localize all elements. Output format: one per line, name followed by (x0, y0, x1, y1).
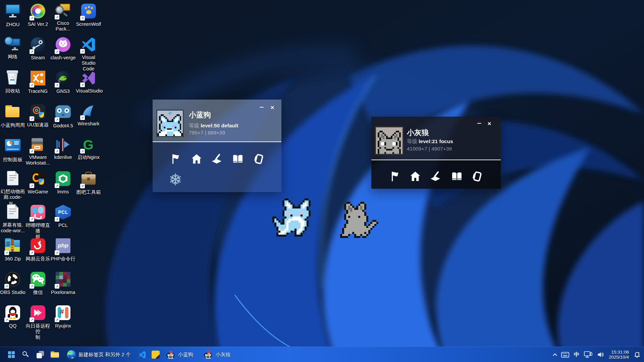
phone-icon[interactable] (471, 170, 483, 183)
desktop-icon-control-panel[interactable]: 控制面板 (0, 137, 25, 163)
desktop-icon-label: Wireshark (76, 121, 101, 127)
tray-clock[interactable]: 15:31:06 2025/10/4 (609, 350, 629, 360)
desktop-icon-screenwolf[interactable]: ↗ScreenWolf (76, 3, 101, 27)
desktop-icon-bili-live[interactable]: ↗哔哩哔哩直播姬 (25, 204, 51, 240)
desktop-icon-lmms[interactable]: ↗lmms (50, 170, 76, 195)
pet-app-blue-taskbar-button[interactable]: 小蓝狗 (164, 350, 195, 359)
desktop-icon-pixelorama[interactable]: ↗Pixelorama (50, 271, 76, 295)
desktop-icon-ryujinx[interactable]: #↗Ryujinx (50, 304, 76, 329)
desktop-icon-sunflower-remote[interactable]: ↗向日葵远程控制 (25, 304, 51, 340)
book-icon[interactable] (450, 170, 463, 183)
desktop-icon-uu-booster[interactable]: ↗UU加速器 (25, 103, 51, 128)
desktop-icon-blue-dog-folder[interactable]: 小蓝狗周周 (0, 103, 25, 128)
pet-window-grey-wolf: 小灰狼 等级 level:21 focus 41009+7 | 4907+39 … (371, 117, 501, 189)
pcl-icon: PCL↗ (55, 205, 71, 222)
touch-keyboard-button[interactable] (561, 352, 569, 358)
task-view-button[interactable] (36, 348, 44, 361)
tray-expand-chevron[interactable] (553, 353, 556, 357)
flag-icon[interactable] (169, 153, 182, 165)
chevron-up-icon (553, 353, 557, 358)
shortcut-arrow-icon: ↗ (80, 16, 85, 20)
desktop-icon-fantasy-gallery-doc[interactable]: 幻想动物画廊.code-w... (0, 170, 25, 206)
desktop-icon-sai[interactable]: ↗SAI Ver.2 (25, 3, 51, 27)
svg-text:z: z (638, 351, 640, 354)
desktop-icon-vscode[interactable]: ↗VisualStudio Code (76, 36, 101, 72)
desktop-icon-pcl[interactable]: PCL↗PCL (50, 204, 76, 228)
shortcut-arrow-icon: ↗ (30, 149, 34, 154)
desktop-icon-network[interactable]: 网络 (0, 36, 25, 60)
desktop-icon-nginx[interactable]: G↗启动Nginx (76, 137, 101, 160)
start-button[interactable] (7, 348, 15, 361)
pet-app-grey-taskbar-button[interactable]: 小灰狼 (202, 350, 233, 359)
minimize-button[interactable] (475, 120, 484, 127)
desktop-icon-label: 图吧工具箱 (76, 189, 101, 195)
flag-icon[interactable] (388, 170, 401, 183)
desktop-icon-label: CiscoPack... (50, 20, 76, 32)
minimize-button[interactable] (257, 104, 266, 111)
search-button[interactable] (22, 348, 30, 361)
desktop-icon-label: lmms (50, 189, 76, 195)
close-button[interactable]: × (268, 104, 277, 111)
desktop-icon-godot[interactable]: ↗Godot4.5 (50, 103, 76, 129)
sign-icon[interactable] (429, 170, 442, 183)
desktop-icon-netease-music[interactable]: ↗网易云音乐 (25, 237, 51, 262)
desktop-icon-label: QQ (0, 323, 25, 329)
desktop-icon-label: PCL (50, 223, 76, 228)
desktop-icon-label: 360 Zip (0, 256, 25, 262)
desktop-icon-wechat[interactable]: ↗微信 (25, 271, 51, 295)
folder-icon (51, 351, 59, 358)
shortcut-arrow-icon: ↗ (4, 284, 9, 289)
desktop-icon-label: 网易云音乐 (25, 256, 51, 262)
desktop-icon-qq[interactable]: ↗QQ (0, 304, 25, 329)
desktop-icon-label: 控制面板 (0, 157, 25, 163)
ime-indicator[interactable]: 中 (574, 351, 579, 358)
desktop-icon-zhou[interactable]: ZHOU (0, 3, 25, 27)
network-icon (4, 36, 21, 53)
pet-level: 等级 level:21 focus (407, 138, 453, 145)
desktop-icon-wireshark[interactable]: ↗Wireshark (76, 103, 101, 127)
close-button[interactable]: × (485, 120, 494, 127)
pet-name: 小蓝狗 (189, 110, 211, 120)
desktop-icon-clash-verge[interactable]: ↗clash-verge (50, 36, 76, 61)
phone-icon[interactable] (252, 153, 265, 165)
desktop-icon-visualstudio[interactable]: ↗VisualStudio (76, 70, 101, 94)
shortcut-arrow-icon: ↗ (55, 317, 59, 322)
desktop-icon-screen-wolf-doc[interactable]: 屏幕有狼.code-wor... (0, 204, 25, 234)
desktop-icon-obs-studio[interactable]: ↗OBS Studio (0, 271, 25, 295)
yellow-app-icon (152, 351, 160, 359)
home-icon[interactable] (190, 153, 203, 165)
desktop-icon-label: 向日葵远程控制 (25, 323, 51, 340)
pixel-pet-blue-dog[interactable] (272, 198, 319, 237)
snowflake-icon[interactable] (169, 173, 182, 186)
notification-center-button[interactable]: z (634, 351, 641, 358)
notes-taskbar-button[interactable] (152, 348, 160, 361)
file-explorer-button[interactable] (51, 348, 59, 361)
pixel-pet-grey-wolf[interactable] (336, 202, 378, 238)
volume-tray-button[interactable] (597, 352, 604, 358)
sign-icon[interactable] (210, 153, 223, 165)
desktop-icon-cisco-pt[interactable]: ↗CiscoPack... (50, 3, 76, 32)
desktop-icon-gns3[interactable]: ↗GNS3 (50, 70, 76, 94)
desktop-icon-vmware[interactable]: ↗VMwareWorkstati... (25, 137, 51, 166)
clash-icon: ↗ (55, 37, 71, 54)
desktop-icon-steam[interactable]: ↗Steam (25, 36, 51, 61)
network-tray-button[interactable] (584, 351, 592, 358)
pixelorama-icon: ↗ (55, 272, 71, 289)
desktop-icon-toolbox[interactable]: ↗图吧工具箱 (76, 170, 101, 195)
home-icon[interactable] (409, 170, 422, 183)
shortcut-arrow-icon: ↗ (55, 284, 59, 289)
edge-taskbar-button[interactable]: 新建标签页 和另外 2 个 (65, 350, 133, 359)
vscode-taskbar-button[interactable] (138, 348, 146, 361)
desktop-icon-php-cli[interactable]: php↗PHP命令行 (50, 237, 76, 262)
desktop-icon-wegame[interactable]: ↗WeGame (25, 170, 51, 195)
desktop-icon-recycle-bin[interactable]: 回收站 (0, 70, 25, 94)
nginx-icon: G↗ (80, 137, 97, 154)
windows-logo-icon (8, 351, 15, 358)
desktop-icon-kdenlive[interactable]: ↗kdenlive (50, 137, 76, 160)
shortcut-arrow-icon: ↗ (4, 317, 9, 322)
desktop-icon-traceng[interactable]: ↗TraceNG (25, 70, 51, 94)
screenwolf-icon: ↗ (80, 4, 97, 20)
desktop-icon-label: 网络 (0, 54, 25, 60)
desktop-icon-360zip[interactable]: 360ZIP↗360 Zip (0, 237, 25, 262)
book-icon[interactable] (231, 153, 244, 165)
